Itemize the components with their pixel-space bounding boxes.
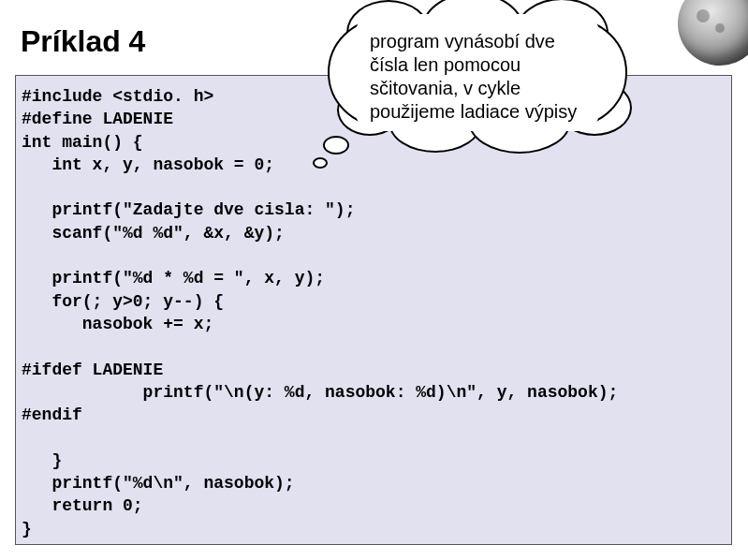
code-line: scanf("%d %d", &x, &y);: [22, 224, 285, 243]
code-line: int main() {: [22, 133, 143, 152]
code-line: for(; y>0; y--) {: [22, 292, 224, 311]
code-line: nasobok += x;: [22, 315, 213, 333]
code-block: #include <stdio. h> #define LADENIE int …: [15, 75, 732, 545]
code-line: return 0;: [22, 496, 143, 515]
moon-decoration: [678, 0, 748, 66]
code-line: }: [22, 451, 62, 470]
bubble-line: čísla len pomocou: [370, 54, 521, 75]
bubble-line: sčitovania, v cykle: [370, 78, 521, 98]
code-line: }: [22, 520, 32, 538]
code-line: #include <stdio. h>: [22, 87, 213, 106]
code-line: printf("Zadajte dve cisla: ");: [22, 200, 355, 219]
bubble-line: použijeme ladiace výpisy: [370, 101, 577, 122]
code-line: #endif: [22, 405, 82, 424]
slide-title: Príklad 4: [21, 24, 145, 59]
code-line: #define LADENIE: [22, 110, 173, 128]
code-line: printf("%d\n", nasobok);: [22, 474, 295, 493]
bubble-text: program vynásobí dve čísla len pomocou s…: [370, 30, 623, 124]
thought-bubble: program vynásobí dve čísla len pomocou s…: [318, 9, 637, 140]
code-line: printf("\n(y: %d, nasobok: %d)\n", y, na…: [22, 383, 618, 402]
bubble-line: program vynásobí dve: [370, 31, 555, 52]
code-line: int x, y, nasobok = 0;: [22, 155, 274, 174]
code-line: #ifdef LADENIE: [22, 361, 163, 379]
code-line: printf("%d * %d = ", x, y);: [22, 269, 325, 287]
